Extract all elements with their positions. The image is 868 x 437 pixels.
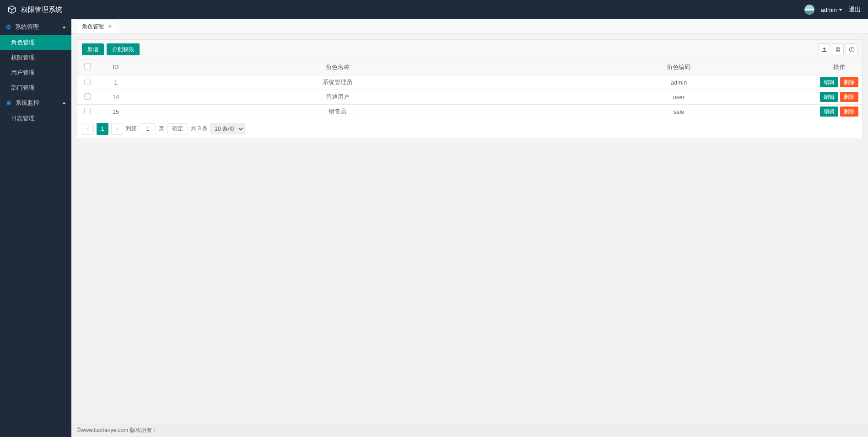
caret-down-icon (839, 9, 842, 11)
cell-id: 14 (97, 90, 134, 104)
table-row: 14普通用户user编辑删除 (77, 90, 862, 104)
content: 新增 分配权限 ID 角色名称 (71, 34, 868, 423)
print-icon[interactable] (832, 43, 844, 55)
edit-button[interactable]: 编辑 (820, 77, 838, 87)
cell-name: 普通用户 (134, 90, 541, 104)
col-op: 操作 (816, 59, 862, 75)
col-name: 角色名称 (134, 59, 541, 75)
card: 新增 分配权限 ID 角色名称 (77, 39, 863, 139)
tab-label: 角色管理 (82, 23, 104, 31)
sidebar-item-dept[interactable]: 部门管理 (0, 80, 71, 95)
next-page-button[interactable]: > (111, 123, 123, 135)
chevron-up-icon (62, 26, 66, 28)
col-code: 角色编码 (541, 59, 816, 75)
sidebar-item-user[interactable]: 用户管理 (0, 65, 71, 80)
table-header-row: ID 角色名称 角色编码 操作 (77, 59, 862, 75)
cube-icon (7, 5, 16, 14)
header-left: 权限管理系统 (7, 5, 62, 14)
svg-rect-1 (837, 47, 839, 48)
menu-group-monitor[interactable]: 🖥 系统监控 (0, 95, 71, 111)
pagination: < 1 > 到第 页 确定 共 3 条 10 条/页 (77, 119, 862, 139)
delete-button[interactable]: 删除 (840, 92, 858, 102)
cell-id: 15 (97, 104, 134, 119)
username: admin (821, 6, 837, 13)
svg-point-5 (852, 48, 852, 48)
header: 权限管理系统 admin 退出 (0, 0, 868, 19)
gear-icon: ⚙ (5, 23, 11, 31)
copyright: ©www.luohanye.com 版权所有： (77, 426, 157, 434)
edit-button[interactable]: 编辑 (820, 107, 838, 117)
cell-code: sale (541, 104, 816, 119)
sidebar-item-log[interactable]: 日志管理 (0, 111, 71, 126)
footer: ©www.luohanye.com 版权所有： (71, 423, 868, 437)
avatar[interactable] (804, 5, 814, 15)
monitor-icon: 🖥 (5, 99, 12, 107)
menu-group-label: 系统管理 (15, 23, 39, 31)
select-all-checkbox[interactable] (84, 63, 91, 69)
row-checkbox[interactable] (84, 108, 91, 114)
toolbar: 新增 分配权限 (77, 40, 862, 59)
table-row: 15销售员sale编辑删除 (77, 104, 862, 119)
cell-name: 系统管理员 (134, 75, 541, 90)
menu-group-label: 系统监控 (16, 99, 39, 107)
tab-role[interactable]: 角色管理 ✕ (76, 19, 118, 33)
goto-prefix: 到第 (126, 125, 137, 133)
sidebar-item-permission[interactable]: 权限管理 (0, 50, 71, 65)
sidebar: ⚙ 系统管理 角色管理 权限管理 用户管理 部门管理 🖥 系统监控 日志管理 (0, 19, 71, 437)
menu-group-system[interactable]: ⚙ 系统管理 (0, 19, 71, 35)
user-menu[interactable]: admin (821, 6, 842, 13)
row-checkbox[interactable] (84, 79, 91, 85)
edit-button[interactable]: 编辑 (820, 92, 838, 102)
cell-id: 1 (97, 75, 134, 90)
prev-page-button[interactable]: < (82, 123, 94, 135)
export-icon[interactable] (818, 43, 830, 55)
svg-rect-2 (837, 50, 839, 52)
cell-code: admin (541, 75, 816, 90)
cell-name: 销售员 (134, 104, 541, 119)
add-button[interactable]: 新增 (82, 43, 104, 55)
close-icon[interactable]: ✕ (108, 23, 112, 30)
table-row: 1系统管理员admin编辑删除 (77, 75, 862, 90)
info-icon[interactable] (846, 43, 857, 55)
assign-permission-button[interactable]: 分配权限 (107, 43, 140, 55)
logout-link[interactable]: 退出 (849, 5, 861, 14)
total-count: 共 3 条 (191, 125, 208, 133)
cell-code: user (541, 90, 816, 104)
page-size-select[interactable]: 10 条/页 (210, 123, 245, 134)
app-title: 权限管理系统 (21, 5, 62, 14)
delete-button[interactable]: 删除 (840, 77, 858, 87)
delete-button[interactable]: 删除 (840, 107, 858, 117)
chevron-up-icon (62, 102, 66, 104)
col-id: ID (97, 59, 134, 75)
tabs: 角色管理 ✕ (71, 19, 868, 34)
goto-suffix: 页 (159, 125, 164, 133)
header-right: admin 退出 (804, 5, 861, 15)
sidebar-item-role[interactable]: 角色管理 (0, 35, 71, 50)
row-checkbox[interactable] (84, 93, 91, 100)
role-table: ID 角色名称 角色编码 操作 1系统管理员admin编辑删除14普通用户use… (77, 59, 862, 119)
goto-page-input[interactable] (140, 123, 156, 134)
main: 角色管理 ✕ 新增 分配权限 (71, 19, 868, 437)
goto-confirm-button[interactable]: 确定 (167, 123, 188, 134)
page-1-button[interactable]: 1 (97, 123, 108, 135)
